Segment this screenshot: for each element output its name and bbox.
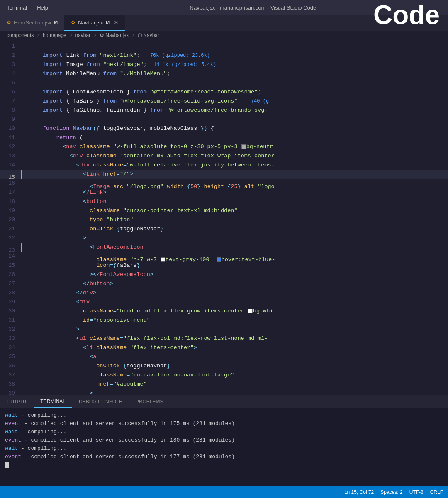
code-line-18: 18 className="cursor-pointer text-xl md:…	[0, 197, 448, 206]
code-line-4: 4	[0, 69, 448, 78]
breadcrumb-part-4: ⚙ Navbar.jsx	[100, 32, 129, 38]
code-line-6: 6 import { faBars } from "@fortawesome/f…	[0, 88, 448, 97]
tab-icon-herosection: ⚙	[7, 20, 11, 25]
tab-modified-navbar: M	[106, 20, 110, 25]
code-line-3: 3 import MobileMenu from "./MobileMenu";	[0, 60, 448, 69]
code-line-25: 25 ></FontAwesomeIcon>	[0, 261, 448, 270]
tab-icon-navbar: ⚙	[71, 20, 75, 25]
code-line-33: 33 <li className="flex items-center">	[0, 334, 448, 343]
panel-tab-debug[interactable]: DEBUG CONSOLE	[72, 395, 129, 408]
tab-close-navbar[interactable]: ✕	[114, 19, 119, 26]
terminal-line-1: wait - compiling...	[5, 411, 443, 420]
tab-modified-herosection: M	[54, 20, 58, 25]
code-line-28: 28 <div	[0, 288, 448, 298]
code-line-29: 29 className="hidden md:flex flex-grow i…	[0, 298, 448, 307]
tab-herosection[interactable]: ⚙ HeroSection.jsx M	[0, 15, 64, 31]
code-line-38: 38 >	[0, 380, 448, 389]
breadcrumb-part-1: components	[7, 32, 34, 38]
code-line-27: 27 </div>	[0, 279, 448, 288]
code-line-12: 12 <div className="container mx-auto fle…	[0, 142, 448, 151]
code-line-5: 5 import { FontAwesomeIcon } from "@fort…	[0, 78, 448, 88]
tab-label-herosection: HeroSection.jsx	[14, 20, 51, 26]
panel: OUTPUT TERMINAL DEBUG CONSOLE PROBLEMS w…	[0, 395, 448, 486]
code-line-26: 26 </button>	[0, 270, 448, 279]
code-line-37: 37 href="#aboutme"	[0, 371, 448, 380]
code-line-7: 7 import { faGithub, faLinkedin } from "…	[0, 97, 448, 106]
terminal-line-6: event - compiled client and server succe…	[5, 453, 443, 461]
title-bar-menu: Terminal Help	[7, 5, 48, 11]
code-line-21: 21 >	[0, 225, 448, 234]
watermark-label: Code	[373, 2, 440, 28]
code-editor[interactable]: 1 import Link from "next/link"; 76k (gzi…	[0, 40, 448, 400]
code-line-8: 8	[0, 106, 448, 115]
status-encoding[interactable]: UTF-8	[409, 489, 424, 495]
terminal-line-4: event - compiled client and server succe…	[5, 436, 443, 444]
code-line-30: 30 id="responsive-menu"	[0, 307, 448, 316]
panel-tab-terminal[interactable]: TERMINAL	[34, 395, 72, 408]
code-line-1: 1 import Link from "next/link"; 76k (gzi…	[0, 42, 448, 51]
terminal-content: wait - compiling... event - compiled cli…	[0, 408, 448, 473]
status-cursor-position[interactable]: Ln 15, Col 72	[344, 489, 374, 495]
code-line-35: 35 onClick={toggleNavbar}	[0, 352, 448, 361]
code-line-9: 9 function Navbar({ toggleNavbar, mobile…	[0, 115, 448, 124]
panel-tab-bar: OUTPUT TERMINAL DEBUG CONSOLE PROBLEMS	[0, 395, 448, 408]
code-line-13: 13 <div className="w-full relative flex …	[0, 151, 448, 161]
terminal-line-3: wait - compiling...	[5, 428, 443, 436]
breadcrumb-part-5: ⬡ Navbar	[138, 32, 159, 38]
breadcrumb-part-3: navbar	[75, 32, 91, 38]
code-line-31: 31 >	[0, 316, 448, 325]
status-spaces[interactable]: Spaces: 2	[380, 489, 402, 495]
menu-help[interactable]: Help	[37, 5, 48, 11]
tab-navbar[interactable]: ⚙ Navbar.jsx M ✕	[64, 15, 125, 31]
code-line-11: 11 <nav className="w-full absolute top-0…	[0, 133, 448, 142]
code-line-2: 2 import Image from "next/image"; 14.1k …	[0, 51, 448, 60]
status-line-ending[interactable]: CRLF	[430, 489, 443, 495]
breadcrumb: components > homepage > navbar > ⚙ Navba…	[0, 31, 448, 40]
code-line-16: 16 </Link>	[0, 179, 448, 188]
terminal-cursor	[5, 462, 9, 468]
code-line-14: 14 <Link href="/">	[0, 161, 448, 170]
code-line-32: 32 <ul className="flex flex-col md:flex-…	[0, 325, 448, 334]
code-line-22: 22 <FontAwesomeIcon	[0, 234, 448, 243]
code-line-34: 34 <a	[0, 343, 448, 352]
code-line-17: 17 <button	[0, 188, 448, 197]
code-line-36: 36 className="mo-nav-link mo-nav-link-la…	[0, 361, 448, 371]
breadcrumb-part-2: homepage	[43, 32, 66, 38]
tab-label-navbar: Navbar.jsx	[78, 20, 103, 26]
title-bar: Terminal Help Navbar.jsx - marianoprisan…	[0, 0, 448, 15]
panel-tab-problems[interactable]: PROBLEMS	[129, 395, 170, 408]
code-line-19: 19 type="button"	[0, 206, 448, 215]
status-bar-right: Ln 15, Col 72 Spaces: 2 UTF-8 CRLF	[344, 489, 443, 495]
code-line-20: 20 onClick={toggleNavbar}	[0, 215, 448, 225]
status-bar: Ln 15, Col 72 Spaces: 2 UTF-8 CRLF	[0, 486, 448, 498]
code-line-10: 10 return (	[0, 124, 448, 133]
panel-tab-output[interactable]: OUTPUT	[0, 395, 34, 408]
terminal-line-5: wait - compiling...	[5, 444, 443, 453]
terminal-cursor-line	[5, 461, 443, 469]
code-line-24: 24 icon={faBars}	[0, 252, 448, 261]
menu-terminal[interactable]: Terminal	[7, 5, 27, 11]
terminal-line-2: event - compiled client and server succe…	[5, 420, 443, 428]
